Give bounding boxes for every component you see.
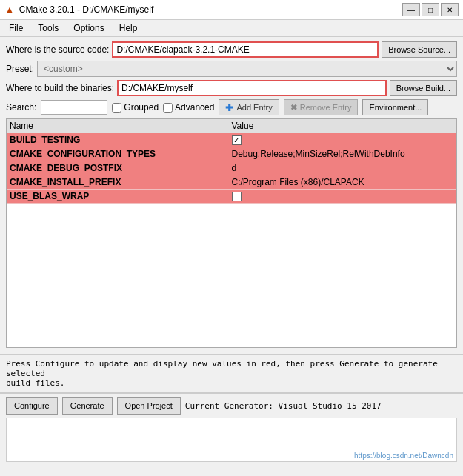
table-row[interactable]: BUILD_TESTING ✓ bbox=[7, 133, 456, 147]
toolbar-row: Search: Grouped Advanced ✚ Add Entry ✖ R… bbox=[6, 99, 457, 115]
menu-tools[interactable]: Tools bbox=[32, 21, 64, 35]
remove-icon: ✖ bbox=[290, 103, 297, 113]
table-row[interactable]: CMAKE_INSTALL_PREFIX C:/Program Files (x… bbox=[7, 175, 456, 190]
row-name: BUILD_TESTING bbox=[10, 135, 232, 145]
menu-bar: File Tools Options Help bbox=[0, 20, 463, 37]
source-label: Where is the source code: bbox=[6, 44, 109, 55]
main-content: Where is the source code: Browse Source.… bbox=[0, 37, 463, 352]
row-value: d bbox=[232, 163, 454, 173]
preset-select[interactable]: <custom> bbox=[37, 61, 457, 77]
table-header: Name Value bbox=[7, 119, 456, 133]
cmake-table: Name Value BUILD_TESTING ✓ CMAKE_CONFIGU… bbox=[6, 118, 457, 348]
advanced-checkbox[interactable] bbox=[163, 103, 173, 113]
row-name: CMAKE_INSTALL_PREFIX bbox=[10, 177, 232, 187]
row-value: C:/Program Files (x86)/CLAPACK bbox=[232, 177, 454, 187]
output-area: https://blog.csdn.net/Dawncdn bbox=[6, 418, 457, 462]
search-label: Search: bbox=[6, 102, 36, 113]
checkbox-unchecked bbox=[232, 192, 242, 201]
table-row[interactable]: CMAKE_CONFIGURATION_TYPES Debug;Release;… bbox=[7, 147, 456, 161]
bottom-bar: Configure Generate Open Project Current … bbox=[0, 393, 463, 418]
row-value: ✓ bbox=[232, 135, 454, 145]
menu-help[interactable]: Help bbox=[113, 21, 144, 35]
status-message: Press Configure to update and display ne… bbox=[6, 359, 438, 388]
row-name: CMAKE_DEBUG_POSTFIX bbox=[10, 163, 232, 173]
add-entry-label: Add Entry bbox=[236, 103, 272, 112]
build-row: Where to build the binaries: Browse Buil… bbox=[6, 80, 457, 96]
minimize-button[interactable]: — bbox=[402, 3, 420, 16]
preset-row: Preset: <custom> bbox=[6, 61, 457, 77]
source-input[interactable] bbox=[112, 41, 379, 58]
environment-button[interactable]: Environment... bbox=[362, 99, 428, 115]
menu-options[interactable]: Options bbox=[67, 21, 110, 35]
advanced-checkbox-label[interactable]: Advanced bbox=[163, 102, 214, 113]
open-project-button[interactable]: Open Project bbox=[117, 397, 181, 415]
source-row: Where is the source code: Browse Source.… bbox=[6, 41, 457, 58]
browse-source-button[interactable]: Browse Source... bbox=[382, 41, 457, 58]
build-input[interactable] bbox=[117, 80, 387, 96]
checkbox-checked: ✓ bbox=[232, 135, 242, 145]
grouped-checkbox[interactable] bbox=[112, 103, 121, 113]
header-value: Value bbox=[232, 121, 454, 131]
watermark: https://blog.csdn.net/Dawncdn bbox=[354, 452, 453, 460]
close-button[interactable]: ✕ bbox=[441, 3, 459, 16]
title-bar: ▲ CMake 3.20.1 - D:/CMAKE/myself — □ ✕ bbox=[0, 0, 463, 20]
row-name: CMAKE_CONFIGURATION_TYPES bbox=[10, 149, 232, 159]
row-value bbox=[232, 192, 454, 201]
menu-file[interactable]: File bbox=[3, 21, 29, 35]
configure-button[interactable]: Configure bbox=[6, 397, 58, 415]
app-icon: ▲ bbox=[4, 4, 15, 16]
generator-label: Current Generator: Visual Studio 15 2017 bbox=[185, 401, 382, 411]
table-row[interactable]: CMAKE_DEBUG_POSTFIX d bbox=[7, 161, 456, 175]
remove-entry-label: Remove Entry bbox=[300, 103, 352, 112]
table-row[interactable]: USE_BLAS_WRAP bbox=[7, 190, 456, 204]
browse-build-button[interactable]: Browse Build... bbox=[390, 80, 457, 96]
preset-label: Preset: bbox=[6, 64, 34, 74]
generate-button[interactable]: Generate bbox=[62, 397, 113, 415]
advanced-label: Advanced bbox=[175, 102, 214, 113]
row-name: USE_BLAS_WRAP bbox=[10, 191, 232, 201]
add-entry-button[interactable]: ✚ Add Entry bbox=[219, 99, 279, 115]
status-bar: Press Configure to update and display ne… bbox=[0, 354, 463, 393]
add-icon: ✚ bbox=[225, 102, 233, 113]
row-value: Debug;Release;MinSizeRel;RelWithDebInfo bbox=[232, 149, 454, 159]
header-name: Name bbox=[10, 121, 232, 131]
grouped-label: Grouped bbox=[124, 102, 159, 113]
remove-entry-button[interactable]: ✖ Remove Entry bbox=[284, 99, 359, 115]
build-label: Where to build the binaries: bbox=[6, 83, 114, 93]
window-controls: — □ ✕ bbox=[402, 3, 459, 16]
grouped-checkbox-label[interactable]: Grouped bbox=[112, 102, 159, 113]
search-input[interactable] bbox=[41, 100, 107, 115]
maximize-button[interactable]: □ bbox=[422, 3, 439, 16]
window-title: CMake 3.20.1 - D:/CMAKE/myself bbox=[19, 4, 398, 15]
